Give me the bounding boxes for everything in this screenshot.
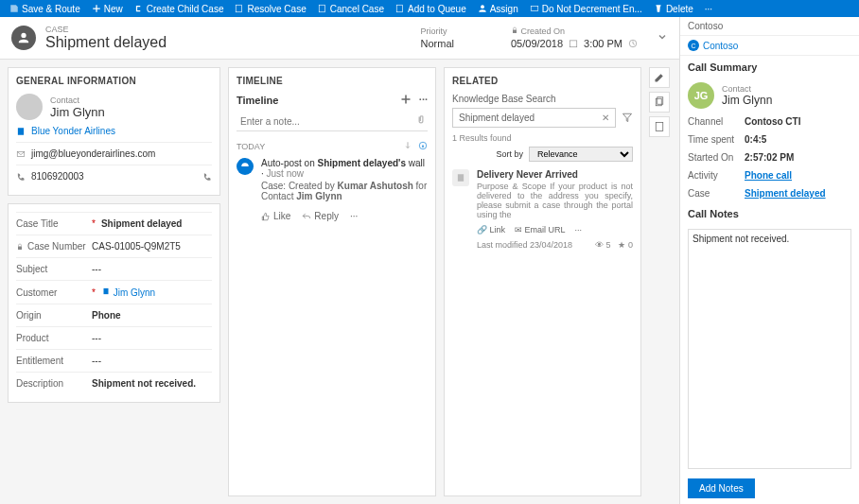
summary-label: Case: [688, 188, 745, 199]
svg-rect-14: [458, 174, 464, 182]
org-link[interactable]: CContoso: [680, 36, 859, 56]
kb-email-button[interactable]: ✉ Email URL: [515, 225, 566, 235]
command-bar: Save & Route New Create Child Case Resol…: [0, 0, 859, 17]
side-avatar: JG: [688, 82, 714, 109]
general-info-heading: GENERAL INFORMATION: [16, 76, 212, 86]
summary-value[interactable]: Shipment delayed: [745, 188, 851, 199]
kb-search-input[interactable]: Shipment delayed ✕: [452, 108, 616, 128]
article-desc: Purpose & Scope If your product is not d…: [477, 182, 633, 219]
phone-value[interactable]: 8106920003: [31, 171, 202, 182]
company-link[interactable]: Blue Yonder Airlines: [16, 126, 212, 136]
tool-doc-icon[interactable]: [649, 116, 670, 137]
field-value: Shipment not received.: [92, 378, 212, 389]
svg-rect-2: [396, 5, 402, 12]
svg-rect-6: [513, 30, 517, 34]
svg-point-3: [481, 5, 484, 9]
field-label: Subject: [16, 264, 92, 274]
field-value: CAS-01005-Q9M2T5: [92, 241, 212, 252]
summary-value: Contoso CTI: [745, 116, 851, 127]
kb-more-button[interactable]: ···: [575, 225, 583, 235]
field-label: Customer: [16, 287, 92, 298]
timeline-item: Auto-post on Shipment delayed's wall · J…: [237, 158, 428, 201]
article-icon: [452, 169, 469, 186]
cmd-save-route[interactable]: Save & Route: [4, 4, 86, 14]
cmd-more[interactable]: ···: [699, 4, 718, 14]
form-row[interactable]: Customer* Jim Glynn: [16, 280, 212, 304]
form-row[interactable]: Case Title*Shipment delayed: [16, 212, 212, 235]
timeline-title: Timeline: [237, 95, 278, 106]
summary-value[interactable]: Phone call: [745, 170, 851, 181]
cmd-new[interactable]: New: [86, 4, 129, 14]
created-on-label: Created On: [511, 26, 638, 36]
cmd-add-queue[interactable]: Add to Queue: [390, 4, 472, 14]
field-label: Description: [16, 378, 92, 389]
side-contact-name: Jim Glynn: [722, 94, 772, 107]
cmd-assign[interactable]: Assign: [472, 4, 524, 14]
general-info-card: GENERAL INFORMATION Contact Jim Glynn Bl…: [8, 67, 220, 196]
phone-icon: [16, 172, 26, 182]
cmd-delete[interactable]: Delete: [648, 4, 699, 14]
timeline-add-icon[interactable]: [400, 94, 412, 107]
kb-link-button[interactable]: 🔗 Link: [477, 225, 505, 235]
field-value: Phone: [92, 310, 212, 321]
kb-modified: Last modified 23/04/2018: [477, 240, 572, 250]
priority-label: Priority: [421, 26, 454, 36]
cmd-resolve[interactable]: Resolve Case: [229, 4, 311, 14]
attachment-icon[interactable]: [416, 114, 426, 126]
cmd-do-not-decrement[interactable]: Do Not Decrement En...: [524, 4, 648, 14]
field-value: ---: [92, 333, 212, 343]
svg-rect-1: [319, 5, 324, 12]
summary-value: 0:4:5: [745, 134, 851, 145]
clock-icon: [628, 39, 638, 48]
sort-select[interactable]: Relevance: [529, 147, 633, 162]
field-value: ---: [92, 264, 212, 274]
svg-rect-7: [570, 41, 577, 47]
expand-chevron-icon[interactable]: [657, 31, 668, 44]
kb-article[interactable]: Delivery Never Arrived Purpose & Scope I…: [452, 169, 633, 219]
kb-result-count: 1 Results found: [452, 133, 633, 143]
panel-tab[interactable]: Contoso: [680, 17, 859, 36]
field-value: Shipment delayed: [101, 218, 212, 229]
side-contact-label: Contact: [722, 84, 772, 94]
tool-copy-icon[interactable]: [649, 92, 670, 113]
autopost-icon: [237, 158, 254, 175]
field-label: Entitlement: [16, 356, 92, 366]
form-row[interactable]: Entitlement---: [16, 349, 212, 372]
add-notes-button[interactable]: Add Notes: [688, 478, 755, 498]
cmd-cancel[interactable]: Cancel Case: [312, 4, 390, 14]
summary-row: ChannelContoso CTI: [680, 113, 859, 130]
form-row[interactable]: Subject---: [16, 257, 212, 280]
form-row[interactable]: DescriptionShipment not received.: [16, 372, 212, 394]
call-notes-heading: Call Notes: [680, 202, 859, 225]
call-summary-heading: Call Summary: [680, 56, 859, 78]
field-label: Case Title: [16, 218, 92, 229]
entity-badge-icon: [11, 26, 36, 50]
form-row[interactable]: Case NumberCAS-01005-Q9M2T5: [16, 235, 212, 257]
timeline-today-label: TODAY: [237, 142, 265, 151]
clear-search-icon[interactable]: ✕: [602, 113, 609, 123]
form-row[interactable]: OriginPhone: [16, 304, 212, 326]
call-notes-text[interactable]: Shipment not received.: [688, 229, 851, 469]
like-button[interactable]: Like: [261, 211, 290, 221]
field-label: Origin: [16, 310, 92, 321]
filter-icon[interactable]: [622, 112, 633, 125]
org-icon: C: [688, 40, 699, 51]
email-value[interactable]: jimg@blueyonderairlines.com: [31, 148, 212, 159]
field-value: Jim Glynn: [101, 287, 212, 298]
svg-rect-0: [237, 5, 242, 12]
timeline-note-input[interactable]: [237, 113, 428, 131]
reply-button[interactable]: Reply: [302, 211, 339, 221]
cmd-create-child[interactable]: Create Child Case: [129, 4, 230, 14]
tool-edit-icon[interactable]: [649, 67, 670, 88]
record-title: Shipment delayed: [45, 34, 167, 51]
timeline-sort-icon[interactable]: [403, 141, 412, 152]
created-time: 3:00 PM: [584, 38, 622, 49]
field-label: Product: [16, 333, 92, 343]
timeline-more-icon[interactable]: ···: [419, 94, 428, 107]
timeline-item-more[interactable]: ···: [350, 211, 358, 221]
form-row[interactable]: Product---: [16, 326, 212, 349]
call-action-icon[interactable]: [202, 172, 212, 182]
entity-label: CASE: [45, 25, 167, 34]
timeline-info-icon[interactable]: [418, 141, 428, 152]
summary-row: Started On2:57:02 PM: [680, 148, 859, 166]
